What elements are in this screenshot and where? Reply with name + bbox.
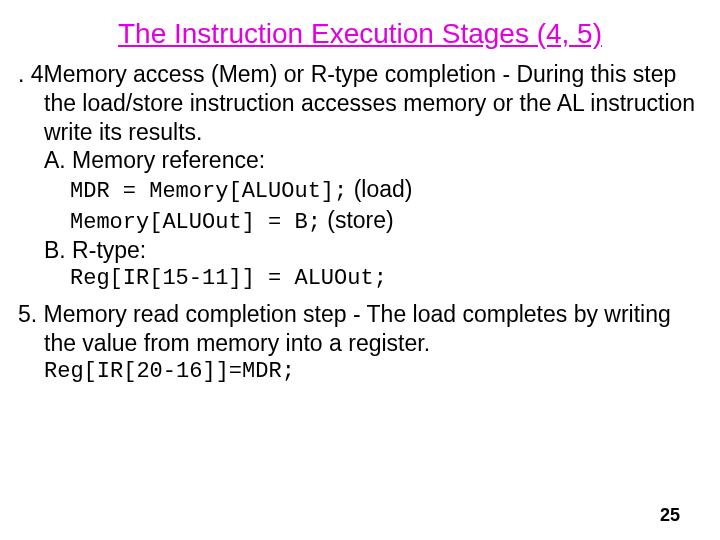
code-load-mono: MDR = Memory[ALUOut]; xyxy=(70,179,347,204)
slide-body: . 4Memory access (Mem) or R-type complet… xyxy=(18,60,702,385)
code-store-mono: Memory[ALUOut] = B; xyxy=(70,210,321,235)
code-stage5: Reg[IR[20-16]]=MDR; xyxy=(44,358,702,386)
page-number: 25 xyxy=(660,505,680,526)
slide-title: The Instruction Execution Stages (4, 5) xyxy=(18,18,702,50)
mem-ref-label: A. Memory reference: xyxy=(44,146,702,175)
slide-content: The Instruction Execution Stages (4, 5) … xyxy=(0,0,720,385)
code-store-note: (store) xyxy=(321,207,394,233)
code-load-note: (load) xyxy=(347,176,412,202)
code-rtype: Reg[IR[15-11]] = ALUOut; xyxy=(70,265,702,293)
code-store: Memory[ALUOut] = B; (store) xyxy=(70,206,702,237)
rtype-label: B. R-type: xyxy=(44,236,702,265)
stage5-text: 5. Memory read completion step - The loa… xyxy=(44,300,702,358)
code-load: MDR = Memory[ALUOut]; (load) xyxy=(70,175,702,206)
stage4-heading: . 4Memory access (Mem) or R-type complet… xyxy=(44,60,702,146)
